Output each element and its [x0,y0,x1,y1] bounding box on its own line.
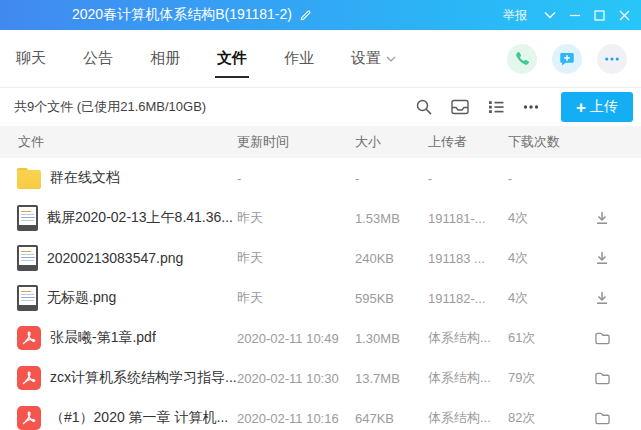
file-time: - [237,171,355,186]
table-row[interactable]: 20200213083547.png 昨天 240KB 191183 ... 4… [0,238,641,278]
ellipsis-icon [603,50,621,68]
edit-title-icon[interactable] [299,9,312,22]
image-thumbnail-icon [17,285,38,311]
list-view-icon[interactable] [487,98,505,116]
save-to-folder-icon[interactable] [594,411,611,426]
image-thumbnail-icon [17,205,38,231]
tab-bar: 聊天 公告 相册 文件 作业 设置 [0,30,641,88]
file-downloads: 82次 [505,409,575,427]
file-downloads: 61次 [505,329,575,347]
tab-settings[interactable]: 设置 [349,30,398,87]
group-file-window: 2020春计算机体系结构B(191181-2) 举报 聊天 公告 [0,0,641,430]
table-row[interactable]: 截屏2020-02-13上午8.41.36... 昨天 1.53MB 19118… [0,198,641,238]
file-name: zcx计算机系统结构学习指导... [50,369,237,387]
file-name: 群在线文档 [50,169,120,187]
chevron-down-icon[interactable] [537,0,562,30]
header-file: 文件 [0,133,237,151]
file-size: 1.30MB [355,331,425,346]
file-time: 2020-02-11 10:49 [237,331,355,346]
report-button[interactable]: 举报 [503,7,527,24]
file-name: 无标题.png [47,289,116,307]
file-size: - [355,171,425,186]
table-row[interactable]: 张晨曦-第1章.pdf 2020-02-11 10:49 1.30MB 体系结构… [0,318,641,358]
tab-files[interactable]: 文件 [215,30,249,87]
plus-icon: + [576,99,586,116]
table-header: 文件 更新时间 大小 上传者 下载次数 [0,126,641,158]
file-size: 1.53MB [355,211,425,226]
more-actions-button[interactable] [597,44,627,74]
save-to-folder-icon[interactable] [594,331,611,346]
files-toolbar: 共9个文件 (已使用21.6MB/10GB) + 上传 [0,88,641,126]
file-size: 13.7MB [355,371,425,386]
tab-homework[interactable]: 作业 [282,30,316,87]
search-icon[interactable] [415,98,433,116]
header-update-time: 更新时间 [237,133,355,151]
table-row[interactable]: 群在线文档 - - - - [0,158,641,198]
file-name: 张晨曦-第1章.pdf [50,329,156,347]
file-time: 昨天 [237,209,355,227]
file-uploader: 体系结构... [425,369,505,387]
chat-bubble-plus-icon [558,50,576,68]
more-options-icon[interactable] [522,98,540,116]
table-row[interactable]: （#1）2020 第一章 计算机... 2020-02-11 10:16 647… [0,398,641,430]
table-row[interactable]: 无标题.png 昨天 595KB 191182-... 4次 [0,278,641,318]
file-time: 昨天 [237,289,355,307]
file-downloads: 4次 [505,249,575,267]
voice-call-button[interactable] [507,44,537,74]
file-size: 595KB [355,291,425,306]
file-downloads: 4次 [505,209,575,227]
tab-album[interactable]: 相册 [148,30,182,87]
chevron-down-icon [386,56,396,62]
file-name: （#1）2020 第一章 计算机... [50,409,228,427]
file-time: 昨天 [237,249,355,267]
file-time: 2020-02-11 10:16 [237,411,355,426]
save-to-folder-icon[interactable] [594,371,611,386]
file-uploader: 体系结构... [425,329,505,347]
download-icon[interactable] [594,290,610,306]
image-thumbnail-icon [17,245,38,271]
file-list: 群在线文档 - - - - 截屏2020-02-13上午8.41.36... 昨… [0,158,641,430]
download-manager-icon[interactable] [450,98,470,116]
pdf-icon [17,366,41,390]
file-uploader: - [425,171,505,186]
folder-icon [17,168,41,189]
minimize-button[interactable] [562,0,587,30]
header-size: 大小 [355,133,425,151]
titlebar: 2020春计算机体系结构B(191181-2) 举报 [0,0,641,30]
table-row[interactable]: zcx计算机系统结构学习指导... 2020-02-11 10:30 13.7M… [0,358,641,398]
file-time: 2020-02-11 10:30 [237,371,355,386]
file-name: 20200213083547.png [47,250,183,266]
tab-announcement[interactable]: 公告 [81,30,115,87]
tab-chat[interactable]: 聊天 [14,30,48,87]
pdf-icon [17,406,41,430]
file-uploader: 体系结构... [425,409,505,427]
file-downloads: - [505,171,575,186]
new-chat-button[interactable] [552,44,582,74]
pdf-icon [17,326,41,350]
header-downloads: 下载次数 [505,133,575,151]
file-downloads: 4次 [505,289,575,307]
file-name: 截屏2020-02-13上午8.41.36... [47,209,233,227]
file-uploader: 191182-... [425,291,505,306]
download-icon[interactable] [594,250,610,266]
file-count-summary: 共9个文件 (已使用21.6MB/10GB) [14,98,206,116]
phone-icon [514,50,531,67]
window-title: 2020春计算机体系结构B(191181-2) [72,6,292,24]
download-icon[interactable] [594,210,610,226]
file-size: 240KB [355,251,425,266]
close-button[interactable] [612,0,637,30]
file-uploader: 191181-... [425,211,505,226]
maximize-button[interactable] [587,0,612,30]
file-uploader: 191183 ... [425,251,505,266]
upload-button[interactable]: + 上传 [561,92,633,122]
header-uploader: 上传者 [425,133,505,151]
file-size: 647KB [355,411,425,426]
file-downloads: 79次 [505,369,575,387]
